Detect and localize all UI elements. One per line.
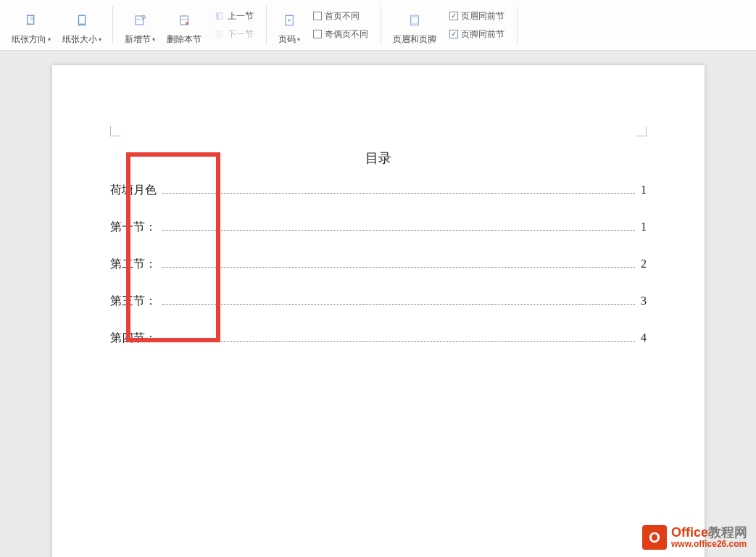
group-page-setup: 纸张方向▾ 纸张大小▾ [0, 0, 113, 50]
first-page-diff-label: 首页不同 [325, 10, 360, 22]
page-size-button[interactable]: 纸张大小▾ [57, 0, 107, 50]
dropdown-caret-icon: ▾ [48, 36, 51, 43]
document-workspace[interactable]: 目录 荷塘月色 1 第一节： 1 第二节： 2 第三节： 3 [0, 51, 756, 557]
next-section-icon [215, 29, 225, 39]
page-diff-column: 首页不同 奇偶页不同 [306, 6, 375, 45]
odd-even-diff-label: 奇偶页不同 [325, 28, 368, 41]
delete-section-icon [178, 10, 191, 30]
next-section-label: 下一节 [228, 28, 254, 41]
toc-row[interactable]: 第一节： 1 [110, 220, 647, 235]
dropdown-caret-icon: ▾ [152, 36, 155, 43]
toc-leader [162, 220, 635, 231]
toc-entry-label: 第二节： [110, 257, 159, 272]
page-number-button[interactable]: # 页码▾ [273, 0, 306, 50]
toc-entry-label: 荷塘月色 [110, 183, 159, 198]
toc-entry-page: 3 [638, 294, 647, 308]
new-section-icon [133, 10, 146, 30]
group-sections: 新增节▾ 删除本节 上一节 [113, 0, 267, 50]
watermark-line1-gray: 教程网 [708, 525, 747, 540]
toc-entry-page: 2 [638, 257, 647, 271]
toc-entry-label: 第一节： [110, 220, 159, 235]
page-size-icon [75, 10, 88, 30]
toc-entry-label: 第三节： [110, 294, 159, 309]
checkbox-icon [313, 12, 322, 20]
page-size-label: 纸张大小 [62, 33, 97, 46]
dropdown-caret-icon: ▾ [99, 36, 101, 43]
toc-entry-label: 第四节： [110, 331, 159, 346]
toc-title: 目录 [110, 149, 647, 167]
page-number-icon: # [283, 10, 296, 30]
toc-leader [162, 294, 635, 305]
checkbox-icon [313, 30, 322, 38]
prev-section-button[interactable]: 上一节 [212, 9, 257, 24]
toc-row[interactable]: 荷塘月色 1 [110, 183, 647, 198]
next-section-button: 下一节 [212, 27, 257, 42]
page-margin-marks [110, 131, 647, 145]
header-footer-icon [408, 10, 421, 30]
svg-rect-10 [411, 15, 419, 17]
dropdown-caret-icon: ▾ [297, 36, 300, 43]
checkbox-checked-icon [449, 30, 458, 38]
checkbox-checked-icon [449, 12, 458, 20]
toc-entry-page: 1 [638, 220, 647, 234]
delete-section-button[interactable]: 删除本节 [161, 0, 207, 50]
header-footer-label: 页眉和页脚 [393, 33, 436, 46]
prev-section-label: 上一节 [228, 10, 254, 22]
same-prev-column: 页眉同前节 页脚同前节 [442, 6, 512, 45]
document-page[interactable]: 目录 荷塘月色 1 第一节： 1 第二节： 2 第三节： 3 [52, 65, 705, 557]
svg-rect-11 [411, 23, 419, 25]
watermark-text: Office教程网 www.office26.com [671, 526, 747, 550]
page-orientation-button[interactable]: 纸张方向▾ [6, 0, 57, 50]
footer-same-prev-label: 页脚同前节 [461, 28, 504, 41]
toc-entry-page: 4 [638, 331, 647, 344]
first-page-diff-checkbox[interactable]: 首页不同 [310, 9, 371, 24]
watermark-icon: O [642, 525, 667, 550]
toc-leader [162, 331, 635, 342]
watermark-line1-orange: Office [671, 525, 708, 540]
ribbon-toolbar: 纸张方向▾ 纸张大小▾ 新增节▾ [0, 0, 756, 51]
toc-list: 荷塘月色 1 第一节： 1 第二节： 2 第三节： 3 第四节： [110, 183, 647, 346]
page-orientation-icon [25, 10, 38, 30]
prev-section-icon [215, 11, 225, 21]
page-orientation-label: 纸张方向 [12, 33, 46, 46]
toc-leader [162, 257, 635, 268]
watermark-logo: O Office教程网 www.office26.com [642, 525, 747, 550]
toc-row[interactable]: 第二节： 2 [110, 257, 647, 272]
group-header-footer: 页眉和页脚 页眉同前节 页脚同前节 [381, 0, 518, 50]
svg-rect-6 [216, 31, 222, 37]
footer-same-prev-checkbox[interactable]: 页脚同前节 [446, 27, 507, 42]
toc-row[interactable]: 第三节： 3 [110, 294, 647, 309]
new-section-button[interactable]: 新增节▾ [119, 0, 161, 50]
svg-rect-0 [28, 15, 34, 24]
svg-text:#: # [288, 18, 291, 22]
svg-rect-1 [79, 15, 86, 24]
header-same-prev-label: 页眉同前节 [461, 10, 504, 22]
toc-row[interactable]: 第四节： 4 [110, 331, 647, 346]
toc-entry-page: 1 [638, 183, 647, 197]
group-page-number: # 页码▾ 首页不同 奇偶页不同 [267, 0, 381, 50]
toc-leader [162, 183, 635, 194]
page-number-label: 页码 [278, 33, 296, 46]
header-footer-button[interactable]: 页眉和页脚 [387, 0, 442, 50]
odd-even-diff-checkbox[interactable]: 奇偶页不同 [310, 27, 371, 42]
section-nav-column: 上一节 下一节 [207, 6, 261, 45]
header-same-prev-checkbox[interactable]: 页眉同前节 [446, 9, 507, 24]
watermark-line2: www.office26.com [671, 540, 747, 549]
delete-section-label: 删除本节 [167, 33, 202, 46]
new-section-label: 新增节 [125, 33, 151, 46]
